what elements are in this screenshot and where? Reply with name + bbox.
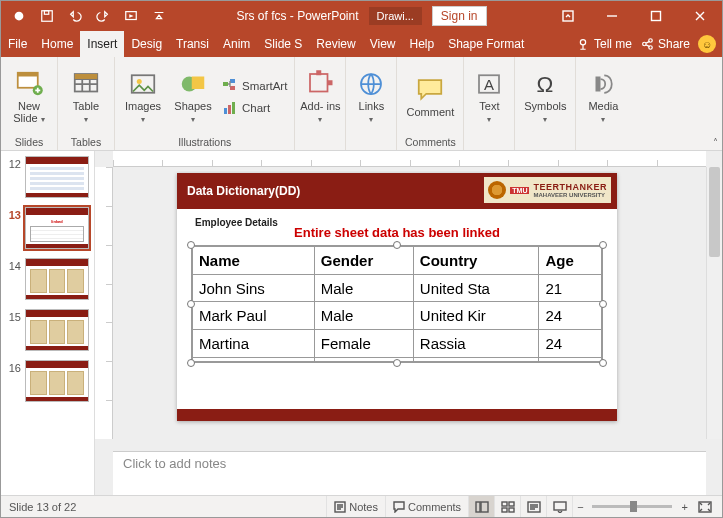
employee-table: Name Gender Country Age John SinsMaleUni… [192,246,602,362]
tab-review[interactable]: Review [309,31,362,57]
svg-rect-4 [563,11,573,21]
tell-me-search[interactable]: Tell me [576,37,632,51]
svg-rect-25 [310,74,328,92]
smartart-button[interactable]: SmartArt [219,76,290,96]
thumb-16[interactable]: 16 [1,357,94,408]
view-reading-icon[interactable] [520,496,546,518]
notes-toggle[interactable]: Notes [326,496,385,518]
autosave-toggle[interactable] [7,4,31,28]
slide-footer-bar [177,409,617,421]
slide-counter[interactable]: Slide 13 of 22 [1,501,76,513]
selection-handle[interactable] [187,359,195,367]
group-tables: Table▾ Tables [58,57,115,150]
share-button[interactable]: Share [640,37,690,51]
svg-rect-27 [328,80,333,85]
selection-handle[interactable] [187,300,195,308]
tab-view[interactable]: View [363,31,403,57]
comment-button[interactable]: Comment [401,64,459,130]
text-icon: A [474,69,504,99]
tab-slideshow[interactable]: Slide S [257,31,309,57]
embedded-table-object[interactable]: Name Gender Country Age John SinsMaleUni… [191,245,603,363]
tab-home[interactable]: Home [34,31,80,57]
selection-handle[interactable] [393,241,401,249]
new-slide-label: New Slide ▾ [5,101,53,124]
images-icon [128,69,158,99]
svg-rect-37 [509,502,514,506]
slide-canvas[interactable]: Data Dictionary(DD) TMU TEERTHANKER MAHA… [121,171,702,439]
group-comments: Comment Comments [397,57,464,150]
tab-transitions[interactable]: Transi [169,31,216,57]
slide-title-bar: Data Dictionary(DD) TMU TEERTHANKER MAHA… [177,173,617,209]
tab-design[interactable]: Desig [124,31,169,57]
redo-icon[interactable] [91,4,115,28]
selection-handle[interactable] [187,241,195,249]
vertical-scrollbar[interactable] [706,167,722,439]
comments-toggle[interactable]: Comments [385,496,468,518]
vertical-ruler[interactable] [95,167,113,439]
start-from-beginning-icon[interactable] [119,4,143,28]
symbols-button[interactable]: Ω Symbols▾ [519,64,571,130]
zoom-out-button[interactable]: − [572,496,587,518]
slide-thumbnail-pane[interactable]: 12 13 linked 14 15 16 [1,151,95,495]
thumb-14[interactable]: 14 [1,255,94,306]
tab-help[interactable]: Help [403,31,442,57]
minimize-icon[interactable] [590,1,634,31]
horizontal-ruler[interactable] [113,151,706,167]
selection-handle[interactable] [393,359,401,367]
svg-text:Ω: Ω [537,71,554,96]
shapes-icon [178,69,208,99]
fit-to-window-icon[interactable] [694,496,716,518]
maximize-icon[interactable] [634,1,678,31]
ribbon-options-icon[interactable] [546,1,590,31]
tab-animations[interactable]: Anim [216,31,257,57]
view-normal-icon[interactable] [468,496,494,518]
close-icon[interactable] [678,1,722,31]
svg-point-6 [580,40,585,45]
zoom-slider[interactable] [592,505,672,508]
ribbon-collapse-icon[interactable]: ˄ [713,137,718,148]
thumb-15[interactable]: 15 [1,306,94,357]
tab-insert[interactable]: Insert [80,31,124,57]
title-bar: Srs of fcs - PowerPoint Drawi... Sign in [1,1,722,31]
scrollbar-thumb[interactable] [709,167,720,257]
zoom-in-button[interactable]: + [676,501,694,513]
svg-rect-26 [317,70,322,75]
svg-rect-32 [596,76,601,91]
links-button[interactable]: Links▾ [350,64,392,130]
new-slide-button[interactable]: New Slide ▾ [5,64,53,130]
view-sorter-icon[interactable] [494,496,520,518]
feedback-smiley-icon[interactable]: ☺ [698,35,716,53]
tab-shape-format[interactable]: Shape Format [441,31,531,57]
table-button[interactable]: Table▾ [62,64,110,130]
addins-button[interactable]: Add- ins ▾ [299,64,341,130]
save-icon[interactable] [35,4,59,28]
media-button[interactable]: Media▾ [580,64,626,130]
undo-icon[interactable] [63,4,87,28]
shapes-button[interactable]: Shapes▾ [169,64,217,130]
notes-pane[interactable]: Click to add notes [113,451,706,495]
selection-handle[interactable] [599,300,607,308]
svg-rect-39 [509,508,514,512]
view-slideshow-icon[interactable] [546,496,572,518]
tab-file[interactable]: File [1,31,34,57]
group-tables-label: Tables [62,134,110,150]
qat-customize-icon[interactable] [147,4,171,28]
zoom-slider-knob[interactable] [630,501,637,512]
selection-handle[interactable] [599,241,607,249]
shapes-label: Shapes [174,100,211,112]
sign-in-button[interactable]: Sign in [432,6,487,26]
svg-rect-23 [228,105,231,114]
selection-handle[interactable] [599,359,607,367]
ribbon: New Slide ▾ Slides Table▾ Tables Images▾… [1,57,722,151]
svg-rect-38 [502,508,507,512]
text-button[interactable]: A Text▾ [468,64,510,130]
slide: Data Dictionary(DD) TMU TEERTHANKER MAHA… [177,173,617,421]
svg-rect-19 [223,82,228,86]
thumb-12[interactable]: 12 [1,153,94,204]
addins-icon [305,69,335,99]
thumb-13[interactable]: 13 linked [1,204,94,255]
svg-point-0 [15,12,24,21]
svg-rect-36 [502,502,507,506]
chart-button[interactable]: Chart [219,98,290,118]
images-button[interactable]: Images▾ [119,64,167,130]
